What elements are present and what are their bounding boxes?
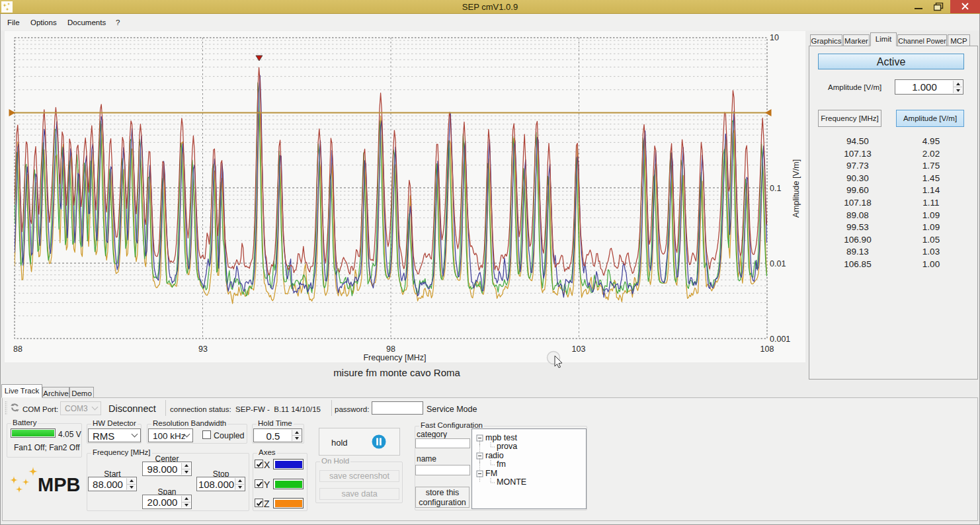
svg-text:0.1: 0.1 xyxy=(770,184,781,193)
svg-text:Frequency [MHz]: Frequency [MHz] xyxy=(363,353,426,362)
svg-text:10: 10 xyxy=(770,33,779,42)
svg-text:MPB: MPB xyxy=(38,474,80,495)
svg-text:0.01: 0.01 xyxy=(770,259,786,268)
svg-text:MONTE: MONTE xyxy=(497,477,526,487)
svg-text:93: 93 xyxy=(198,344,208,354)
svg-text:98: 98 xyxy=(386,344,395,354)
svg-text:fm: fm xyxy=(497,460,506,469)
svg-text:108: 108 xyxy=(760,344,774,354)
svg-text:Amplitude [V/m]: Amplitude [V/m] xyxy=(792,159,801,218)
svg-text:88: 88 xyxy=(13,344,22,354)
svg-text:103: 103 xyxy=(572,344,586,354)
svg-text:prova: prova xyxy=(497,442,517,451)
svg-text:mpb test: mpb test xyxy=(485,433,517,442)
svg-text:FM: FM xyxy=(485,469,497,478)
svg-text:radio: radio xyxy=(485,451,504,460)
svg-text:0.001: 0.001 xyxy=(770,335,790,344)
